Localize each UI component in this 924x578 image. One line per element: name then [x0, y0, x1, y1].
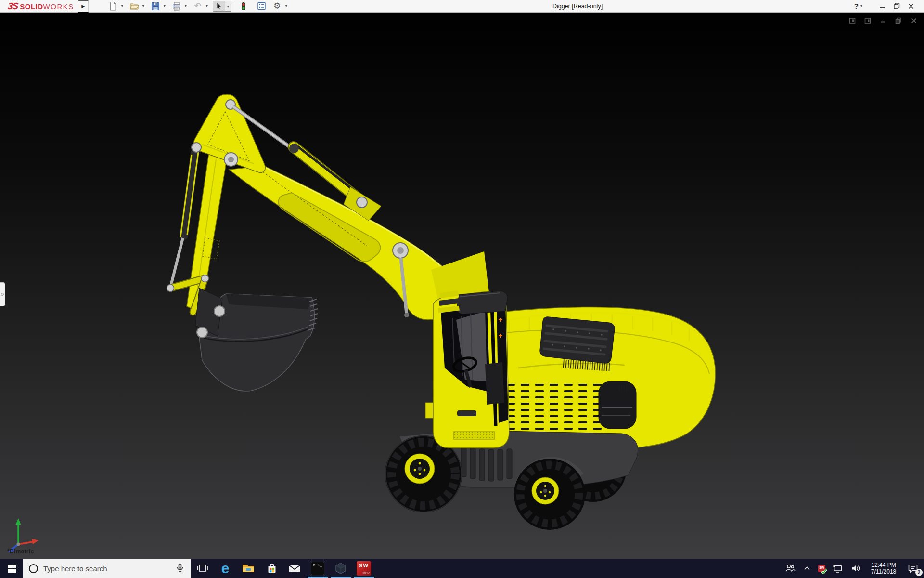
close-button[interactable]	[904, 0, 918, 13]
print-icon	[172, 1, 181, 11]
edge-icon: e	[221, 561, 230, 576]
gear-icon: ⚙	[273, 2, 281, 10]
undo-icon: ↶	[194, 2, 201, 10]
quick-access-toolbar: ▾ ▾ ▾ ▾ ↶ ▾ ▾	[107, 0, 289, 13]
doc-pane-icon-2[interactable]	[864, 17, 871, 24]
doc-restore-icon[interactable]	[895, 17, 902, 24]
options-caret[interactable]: ▾	[283, 1, 289, 12]
rebuild-stoplight-button[interactable]	[237, 1, 250, 12]
view-settings-button[interactable]	[256, 1, 268, 12]
3d-viewer-icon	[334, 562, 347, 575]
solidworks-tray-icon: SW	[818, 565, 825, 572]
panel-flyout-tab[interactable]	[0, 282, 5, 306]
restore-button[interactable]	[889, 0, 904, 13]
window-controls: ? ▾	[854, 0, 924, 13]
excavator-model[interactable]	[0, 13, 924, 559]
save-button[interactable]	[149, 1, 162, 12]
orientation-triad	[3, 514, 46, 553]
network-icon	[832, 563, 844, 574]
brand-works: WORKS	[43, 2, 74, 11]
print-caret[interactable]: ▾	[183, 1, 189, 12]
store-icon	[265, 562, 278, 575]
view-settings-icon	[257, 1, 266, 11]
start-button[interactable]	[0, 559, 23, 578]
windows-logo-icon	[8, 565, 16, 573]
save-caret[interactable]: ▾	[162, 1, 167, 12]
y-axis-arrow	[16, 518, 21, 525]
volume-button[interactable]	[847, 559, 865, 578]
undo-button[interactable]: ↶	[192, 1, 204, 12]
file-explorer-icon	[241, 561, 256, 576]
taskbar-app-command-prompt[interactable]: C:\_	[306, 559, 329, 578]
doc-close-icon[interactable]	[910, 17, 917, 24]
print-button[interactable]	[170, 1, 183, 12]
toolbar-expand-button[interactable]: ▶	[78, 0, 89, 13]
restore-icon	[894, 3, 900, 9]
minimize-icon	[879, 3, 885, 9]
taskbar-app-mail[interactable]	[283, 559, 306, 578]
mail-icon	[287, 561, 302, 576]
clock[interactable]: 12:44 PM 7/11/2018	[865, 559, 902, 578]
brand-mark: 3S	[7, 1, 18, 12]
cortana-icon	[29, 564, 38, 573]
app-titlebar: 3S SOLIDWORKS ▶ ▾ ▾ ▾ ▾	[0, 0, 924, 13]
help-button[interactable]: ? ▾	[854, 1, 864, 12]
x-axis-arrow	[32, 539, 38, 545]
search-input[interactable]	[43, 565, 174, 573]
system-tray: SW	[781, 559, 924, 578]
notification-badge: 2	[915, 569, 923, 576]
tray-solidworks-status[interactable]: SW	[815, 559, 829, 578]
chevron-up-icon	[803, 564, 811, 573]
task-view-icon	[196, 562, 208, 575]
taskbar-app-solidworks[interactable]: SW 2017	[352, 559, 375, 578]
taskbar-app-edge[interactable]: e	[214, 559, 237, 578]
taskbar-app-3d-viewer[interactable]	[329, 559, 352, 578]
solidworks-logo: 3S SOLIDWORKS	[0, 1, 78, 12]
select-tool-button[interactable]	[213, 1, 225, 12]
network-button[interactable]	[829, 559, 847, 578]
taskbar-search[interactable]	[23, 559, 191, 578]
select-arrow-icon	[215, 2, 223, 11]
check-icon	[821, 568, 827, 574]
people-icon	[784, 563, 796, 574]
task-view-button[interactable]	[191, 559, 214, 578]
command-prompt-icon: C:\_	[311, 562, 324, 575]
view-orientation-label: *Dimetric	[7, 548, 34, 555]
document-window-controls	[848, 17, 917, 24]
doc-minimize-icon[interactable]	[879, 17, 886, 24]
action-center-button[interactable]: 2	[902, 559, 924, 578]
solidworks-app: 3S SOLIDWORKS ▶ ▾ ▾ ▾ ▾	[0, 0, 924, 578]
open-caret[interactable]: ▾	[141, 1, 146, 12]
new-document-caret[interactable]: ▾	[119, 1, 125, 12]
select-tool-caret[interactable]: ▾	[225, 1, 231, 12]
window-title: Digger [Read-only]	[500, 0, 654, 13]
graphics-viewport[interactable]: *Dimetric	[0, 13, 924, 559]
open-icon	[129, 1, 139, 11]
help-caret: ▾	[859, 1, 864, 12]
brand-solid: SOLID	[20, 2, 43, 11]
undo-caret[interactable]: ▾	[204, 1, 210, 12]
close-icon	[908, 3, 914, 9]
side-vents	[497, 381, 605, 430]
flyout-arrow-icon	[1, 293, 4, 296]
taskbar-app-file-explorer[interactable]	[237, 559, 260, 578]
wheel-rear-left	[514, 459, 585, 530]
speaker-icon	[850, 563, 862, 574]
taskbar-app-store[interactable]	[260, 559, 283, 578]
cab	[433, 290, 509, 448]
people-button[interactable]	[781, 559, 799, 578]
microphone-icon[interactable]	[174, 563, 186, 574]
new-document-button[interactable]	[107, 1, 119, 12]
open-button[interactable]	[128, 1, 141, 12]
windows-taskbar: e C:\_	[0, 559, 924, 578]
tray-time: 12:44 PM	[871, 562, 896, 568]
help-icon: ?	[854, 2, 859, 10]
minimize-button[interactable]	[875, 0, 889, 13]
new-document-icon	[108, 1, 118, 11]
doc-pane-icon-1[interactable]	[848, 17, 856, 24]
tray-overflow-chevron[interactable]	[799, 559, 815, 578]
tray-date: 7/11/2018	[871, 568, 897, 575]
options-button[interactable]: ⚙	[271, 1, 283, 12]
save-icon	[151, 1, 160, 11]
solidworks-icon: SW 2017	[357, 561, 371, 576]
